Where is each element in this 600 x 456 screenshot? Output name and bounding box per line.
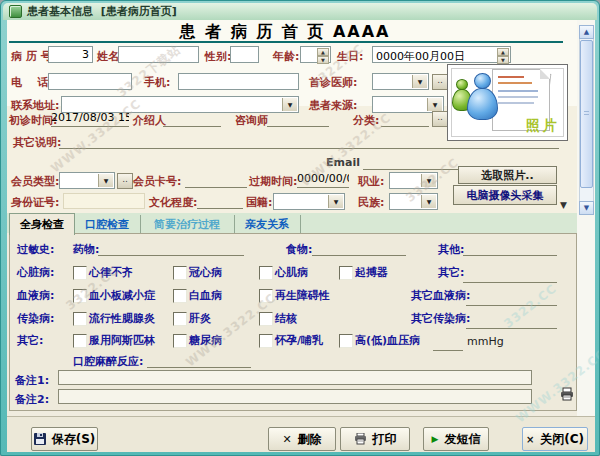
misc-label: 其它: [17, 333, 43, 348]
blood-other-field[interactable] [466, 290, 557, 306]
anesthesia-label: 口腔麻醉反应: [73, 354, 143, 369]
allergy-label: 过敏史: [17, 242, 54, 257]
birthday-spinner[interactable]: 0000年00月00日 ▲▼ [372, 46, 511, 63]
chevron-down-icon[interactable]: ▼ [98, 174, 113, 187]
chevron-down-icon[interactable]: ▼ [427, 98, 442, 111]
checkbox-blood-pressure[interactable] [339, 334, 353, 348]
name-input[interactable] [118, 46, 199, 63]
print-notes-icon[interactable] [560, 386, 574, 405]
spinner-arrows-icon[interactable]: ▲▼ [317, 48, 329, 61]
note2-input[interactable] [58, 389, 532, 404]
tab-oral-exam[interactable]: 口腔检查 [74, 215, 141, 233]
infect-other-field[interactable] [466, 313, 557, 329]
printer-icon [354, 433, 367, 445]
member-type-browse-button[interactable]: .. [117, 173, 133, 189]
blood-pressure-unit: mmHg [467, 335, 504, 348]
first-doctor-label: 首诊医师: [309, 75, 357, 90]
checkbox-tuberculosis[interactable] [259, 312, 273, 326]
blood-label: 血液病: [17, 288, 54, 303]
save-button[interactable]: 保存(S) [31, 427, 98, 451]
introducer-label: 介绍人 [133, 113, 166, 128]
checkbox-diabetes-label: 糖尿病 [189, 333, 222, 348]
checkbox-pregnancy[interactable] [259, 334, 273, 348]
age-spinner[interactable]: ▲▼ [300, 46, 331, 63]
infect-label: 传染病: [17, 311, 54, 326]
tab-relatives[interactable]: 亲友关系 [234, 215, 301, 233]
checkbox-thrombocytopenia[interactable] [73, 289, 87, 303]
spinner-arrows-icon[interactable]: ▲▼ [497, 48, 509, 61]
checkbox-arrhythmia[interactable] [73, 266, 87, 280]
checkbox-aspirin[interactable] [73, 334, 87, 348]
header-rule [9, 41, 563, 43]
consultant-label: 咨询师 [235, 113, 268, 128]
blood-pressure-value-field[interactable] [433, 335, 463, 351]
nationality-dropdown[interactable]: ▼ [273, 193, 345, 210]
checkbox-mumps-label: 流行性腮腺炎 [89, 311, 155, 326]
send-sms-button[interactable]: ▶ 发短信 [423, 427, 489, 451]
allergy-drug-field[interactable] [98, 240, 244, 256]
category-browse-button[interactable]: .. [432, 111, 448, 127]
expire-field[interactable]: 0000/00/00 [297, 172, 349, 188]
education-field[interactable] [197, 193, 243, 209]
member-type-dropdown[interactable]: ▼ [59, 172, 115, 189]
close-button[interactable]: × 关闭(C) [522, 427, 588, 451]
checkbox-pregnancy-label: 怀孕/哺乳 [275, 333, 323, 348]
id-number-label: 身份证号: [11, 195, 59, 210]
first-doctor-dropdown[interactable]: ▼ [372, 73, 429, 90]
tab-general-exam[interactable]: 全身检查 [9, 213, 75, 235]
chevron-down-icon[interactable]: ▼ [328, 195, 343, 208]
allergy-other-field[interactable] [463, 240, 557, 256]
mobile-input[interactable] [178, 73, 299, 90]
phone-input[interactable] [48, 73, 132, 90]
checkbox-mumps[interactable] [73, 312, 87, 326]
member-card-field[interactable] [185, 172, 247, 188]
ethnicity-dropdown[interactable]: ▼ [389, 193, 438, 210]
first-doctor-browse-button[interactable]: .. [432, 74, 448, 90]
select-photo-button[interactable]: 选取照片.. [458, 166, 557, 184]
occupation-dropdown[interactable]: ▼ [389, 172, 438, 189]
tab-treatment-summary[interactable]: 简要治疗过程 [140, 215, 235, 233]
category-field[interactable] [381, 111, 429, 127]
checkbox-cardiomyopathy[interactable] [259, 266, 273, 280]
id-number-field[interactable] [63, 193, 145, 209]
delete-button[interactable]: ✕ 删除 [268, 427, 336, 451]
close-x-icon: × [526, 434, 534, 445]
member-card-label: 会员卡号: [133, 174, 181, 189]
checkbox-tuberculosis-label: 结核 [275, 311, 297, 326]
birthday-value: 0000年00月00日 [376, 49, 465, 64]
chevron-down-icon[interactable]: ▼ [421, 174, 436, 187]
heart-other-field[interactable] [463, 267, 557, 283]
scroll-down-icon[interactable]: ▼ [579, 201, 594, 215]
camera-capture-button[interactable]: 电脑摄像头采集 [453, 185, 557, 205]
checkbox-aplastic[interactable] [259, 289, 273, 303]
gender-input[interactable] [230, 46, 259, 63]
checkbox-coronary[interactable] [173, 266, 187, 280]
scrollbar-thumb[interactable] [580, 40, 593, 188]
record-no-input[interactable] [48, 46, 93, 63]
patient-photo-box[interactable]: 照片 [447, 64, 568, 141]
anesthesia-field[interactable] [147, 352, 251, 368]
introducer-field[interactable] [163, 111, 221, 127]
first-visit-field[interactable]: 2017/08/03 15:19 [51, 111, 129, 127]
chevron-down-icon[interactable]: ▼ [282, 98, 297, 111]
checkbox-leukemia[interactable] [173, 289, 187, 303]
checkbox-pacemaker-label: 起搏器 [355, 265, 388, 280]
chevron-down-icon[interactable]: ▼ [412, 75, 427, 88]
checkbox-hepatitis[interactable] [173, 312, 187, 326]
note2-label: 备注2: [15, 392, 49, 407]
more-content-indicator-icon: ▼ [560, 200, 567, 210]
thumb-grip-icon [584, 111, 589, 117]
age-label: 年龄: [273, 49, 299, 64]
allergy-other-label: 其他: [438, 242, 464, 257]
buddy-blue-body [467, 88, 498, 120]
email-label: Email [326, 156, 360, 169]
print-button[interactable]: 打印 [340, 427, 410, 451]
buddy-blue-icon [474, 73, 491, 89]
note1-input[interactable] [58, 370, 532, 385]
consultant-field[interactable] [267, 111, 329, 127]
checkbox-diabetes[interactable] [173, 334, 187, 348]
scroll-up-icon[interactable]: ▲ [579, 25, 594, 39]
chevron-down-icon[interactable]: ▼ [421, 195, 436, 208]
checkbox-pacemaker[interactable] [339, 266, 353, 280]
allergy-food-field[interactable] [312, 240, 406, 256]
